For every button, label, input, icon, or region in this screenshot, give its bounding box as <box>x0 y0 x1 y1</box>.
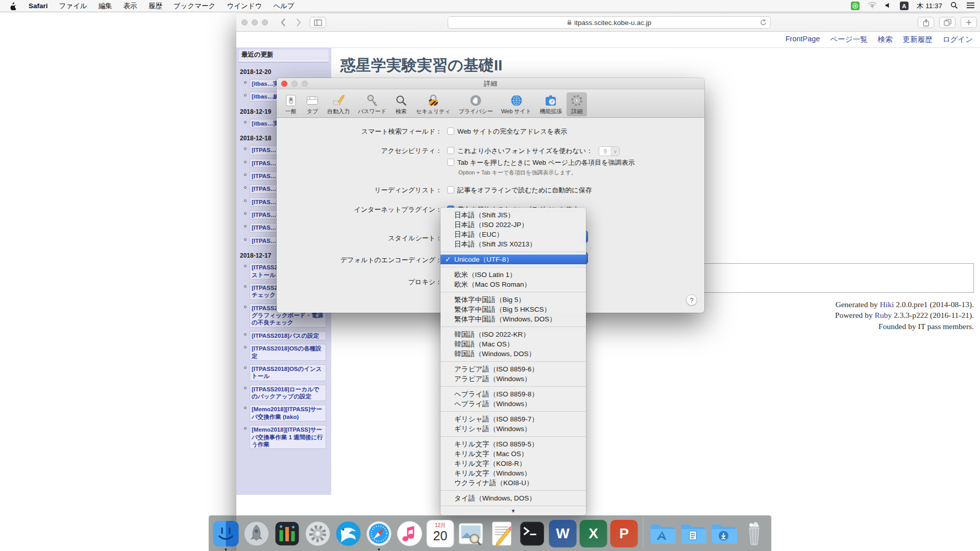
forward-button[interactable] <box>291 17 306 28</box>
tab-privacy[interactable]: プライバシー <box>455 92 497 116</box>
menu-item-encoding[interactable]: ヘブライ語（ISO 8859-8） <box>440 389 586 399</box>
zoom-button[interactable] <box>302 81 308 87</box>
share-button[interactable] <box>918 17 934 28</box>
menu-item-encoding[interactable]: 日本語（ISO 2022-JP） <box>440 220 586 230</box>
menu-view[interactable]: 表示 <box>118 2 143 11</box>
address-bar[interactable]: itpass.scitec.kobe-u.ac.jp <box>448 16 771 29</box>
wiki-nav-link-4[interactable]: 更新履歴 <box>903 35 933 44</box>
menu-item-encoding[interactable]: 繁体字中国語（Big 5 HKSCS） <box>440 305 586 314</box>
dock-system-preferences-icon[interactable] <box>304 520 332 547</box>
wiki-nav-link-3[interactable]: 検索 <box>878 35 893 44</box>
menu-history[interactable]: 履歴 <box>143 2 168 11</box>
sidebar-page-link[interactable]: [Memo2018][ITPASS]サーバ交換事作業 1 週間後に行う作業 <box>250 425 326 449</box>
dock-thunderbird-icon[interactable] <box>335 520 362 547</box>
dock-activity-monitor-icon[interactable] <box>274 520 301 547</box>
apple-menu-icon[interactable] <box>5 2 23 10</box>
menu-edit[interactable]: 編集 <box>93 2 118 11</box>
dock-word-icon[interactable]: W <box>549 520 577 547</box>
wiki-nav-link-5[interactable]: ログイン <box>943 35 973 44</box>
tab-security[interactable]: セキュリティ <box>412 92 454 116</box>
back-button[interactable] <box>276 17 290 28</box>
menu-item-encoding[interactable]: 日本語（EUC） <box>440 230 586 239</box>
new-tab-button[interactable] <box>961 17 977 28</box>
menu-item-encoding[interactable]: タイ語（Windows, DOS） <box>440 493 586 503</box>
menu-scroll-down-arrow[interactable]: ▼ <box>440 506 586 515</box>
menu-item-encoding[interactable]: 繁体字中国語（Big 5） <box>440 295 586 305</box>
menu-safari[interactable]: Safari <box>23 2 54 10</box>
menu-item-encoding[interactable]: ウクライナ語（KOI8-U） <box>440 478 586 488</box>
reload-icon[interactable] <box>760 19 767 28</box>
menu-item-encoding[interactable]: ギリシャ語（ISO 8859-7） <box>440 414 586 424</box>
tab-extensions[interactable]: 機能拡張 <box>536 92 566 116</box>
menu-item-encoding[interactable]: キリル文字（Windows） <box>440 468 586 478</box>
menu-item-encoding[interactable]: ギリシャ語（Windows） <box>440 424 586 434</box>
menu-item-encoding[interactable]: キリル文字（ISO 8859-5） <box>440 439 586 449</box>
minimize-button[interactable] <box>252 19 258 26</box>
dock-textedit-icon[interactable] <box>488 520 516 547</box>
menu-item-encoding[interactable]: キリル文字（KOI8-R） <box>440 459 586 468</box>
tab-tabs[interactable]: タブ <box>302 92 323 116</box>
show-full-address-checkbox[interactable] <box>447 128 454 135</box>
wiki-nav-link-1[interactable]: FrontPage <box>786 35 820 44</box>
tab-websites[interactable]: Web サイト <box>498 92 535 116</box>
show-all-tabs-button[interactable] <box>939 17 955 28</box>
sidebar-page-link[interactable]: [ITPASS2018]OSのインストール <box>250 364 326 381</box>
dock-launchpad-icon[interactable] <box>243 520 271 547</box>
input-source-icon[interactable]: A <box>900 2 909 10</box>
menu-item-encoding[interactable]: アラビア語（ISO 8859-6） <box>440 364 586 374</box>
menu-item-encoding[interactable]: キリル文字（Mac OS） <box>440 449 586 459</box>
menu-file[interactable]: ファイル <box>54 2 93 11</box>
font-size-select[interactable]: 9 ∨ <box>599 146 620 156</box>
menu-window[interactable]: ウインドウ <box>221 2 267 11</box>
wifi-disconnected-icon[interactable] <box>868 2 877 10</box>
menu-item-encoding[interactable]: 日本語（Shift JIS X0213） <box>440 239 586 249</box>
menu-item-encoding[interactable]: 欧米（Mac OS Roman） <box>440 280 586 289</box>
menu-item-encoding[interactable]: ヘブライ語（Windows） <box>440 399 586 409</box>
close-button[interactable] <box>281 81 287 87</box>
sidebar-toggle-button[interactable] <box>310 17 326 28</box>
dock-trash-icon[interactable] <box>741 520 768 547</box>
volume-icon[interactable] <box>885 2 892 10</box>
menu-item-encoding[interactable]: 日本語（Shift JIS） <box>440 210 586 220</box>
dock-safari-icon[interactable] <box>365 520 393 547</box>
min-font-size-checkbox[interactable] <box>447 147 454 154</box>
dock-preview-icon[interactable] <box>457 520 485 547</box>
spotlight-icon[interactable] <box>950 2 958 11</box>
dock-powerpoint-icon[interactable]: P <box>610 520 638 547</box>
menu-bookmarks[interactable]: ブックマーク <box>168 2 222 11</box>
sidebar-page-link[interactable]: [ITPASS2018]ローカルでのバックアップの設定 <box>250 385 326 402</box>
sidebar-page-link[interactable]: [ITPASS2018]OSの各種設定 <box>250 344 326 361</box>
sidebar-page-link[interactable]: [Memo2018][ITPASS]サーバ交換作業 (tako) <box>250 405 326 421</box>
notification-center-icon[interactable] <box>966 2 975 10</box>
footer-link[interactable]: Hiki <box>880 300 894 309</box>
menu-item-encoding[interactable]: 韓国語（Windows, DOS） <box>440 349 586 359</box>
menu-item-encoding[interactable]: アラビア語（Windows） <box>440 374 586 384</box>
sidebar-page-link[interactable]: [ITPASS2018]パスの設定 <box>250 331 326 340</box>
tab-highlight-checkbox[interactable] <box>447 159 454 166</box>
dock-applications-folder-icon[interactable] <box>649 520 676 547</box>
dock-excel-icon[interactable]: X <box>580 520 607 547</box>
menu-item-encoding[interactable]: 韓国語（ISO 2022-KR） <box>440 330 586 339</box>
menu-item-encoding[interactable]: ✓Unicode（UTF-8） <box>440 255 586 264</box>
menu-bar-clock[interactable]: 木 11:37 <box>917 2 942 11</box>
offline-reading-checkbox[interactable] <box>447 186 454 193</box>
dock-finder-icon[interactable] <box>212 520 240 547</box>
menu-item-encoding[interactable]: 繁体字中国語（Windows, DOS） <box>440 314 586 324</box>
zoom-button[interactable] <box>262 19 268 26</box>
menu-help[interactable]: ヘルプ <box>267 2 300 11</box>
footer-link[interactable]: Ruby <box>875 311 892 319</box>
dock-downloads-folder-icon[interactable] <box>710 520 738 547</box>
help-button[interactable]: ? <box>686 294 697 306</box>
minimize-button[interactable] <box>291 81 298 87</box>
tab-general[interactable]: 一般 <box>281 92 301 116</box>
close-button[interactable] <box>241 19 248 26</box>
tab-passwords[interactable]: パスワード <box>354 92 390 116</box>
green-menu-extra-icon[interactable] <box>851 2 860 10</box>
menu-item-encoding[interactable]: 欧米（ISO Latin 1） <box>440 270 586 280</box>
dock-itunes-icon[interactable] <box>396 520 424 547</box>
dock-calendar-icon[interactable]: 12月20 <box>427 520 454 547</box>
dock-documents-folder-icon[interactable] <box>679 520 707 547</box>
dock-terminal-icon[interactable] <box>519 520 546 547</box>
tab-autofill[interactable]: 自動入力 <box>324 92 353 116</box>
tab-search[interactable]: 検索 <box>391 92 411 116</box>
